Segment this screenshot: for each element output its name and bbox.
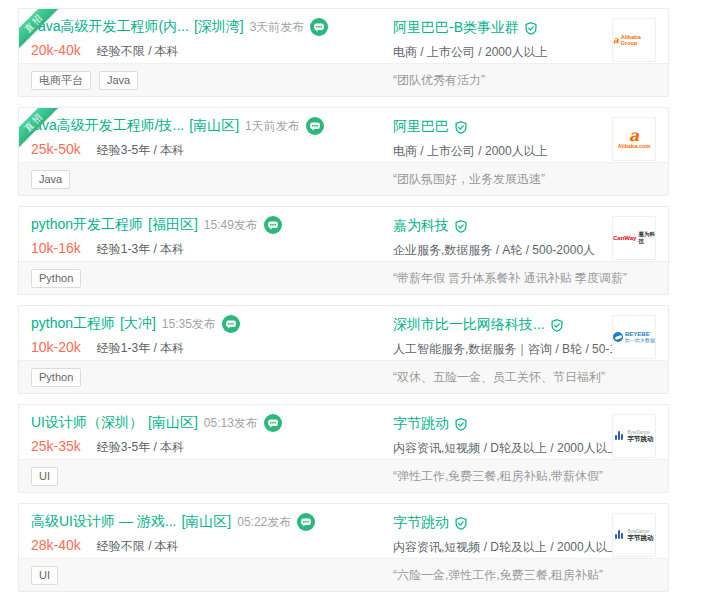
job-card[interactable]: 直招 Java高级开发工程师(内... [深圳湾] 3天前发布 20k-40k … (18, 8, 669, 97)
job-card-footer: Python “双休、五险一金、员工关怀、节日福利” (19, 360, 668, 393)
job-title-line: python开发工程师 [福田区] 15:49发布 (31, 216, 393, 234)
company-logo-text: Alibaba.com (618, 143, 651, 149)
job-salary-line: 25k-35k 经验3-5年 / 本科 (31, 438, 393, 456)
salary: 28k-40k (31, 537, 81, 553)
canway-logo[interactable]: CanWay 嘉为科技 (612, 216, 656, 260)
company-quote: “双休、五险一金、员工关怀、节日福利” (393, 369, 656, 386)
company-name-link[interactable]: 嘉为科技 (393, 217, 449, 235)
job-title-link[interactable]: Java高级开发工程师(内... (31, 18, 189, 36)
job-card[interactable]: python开发工程师 [福田区] 15:49发布 10k-16k 经验1-3年… (18, 206, 669, 295)
alibaba-smile-mark: a (629, 129, 639, 143)
company-name-link[interactable]: 深圳市比一比网络科技... (393, 316, 545, 334)
chat-bubble-icon[interactable] (264, 216, 282, 234)
job-requirements: 经验3-5年 / 本科 (97, 439, 184, 456)
company-logo-text: CanWay (613, 235, 636, 241)
job-tag[interactable]: Java (31, 170, 70, 189)
publish-time: 15:49发布 (204, 217, 258, 234)
company-column: 阿里巴巴 电商 / 上市公司 / 2000人以上 (393, 117, 612, 160)
job-card[interactable]: 高级UI设计师 — 游戏... [南山区] 05:22发布 28k-40k 经验… (18, 503, 669, 592)
company-info: 企业服务,数据服务 / A轮 / 500-2000人 (393, 242, 612, 259)
publish-time: 05:13发布 (204, 415, 258, 432)
job-location[interactable]: [福田区] (148, 216, 198, 234)
job-tag[interactable]: UI (31, 467, 58, 486)
chat-bubble-icon[interactable] (306, 117, 324, 135)
job-title-line: Java高级开发工程师(内... [深圳湾] 3天前发布 (31, 18, 393, 36)
job-card-footer: Python “带薪年假 晋升体系餐补 通讯补贴 季度调薪” (19, 261, 668, 294)
job-tags: Java (31, 170, 393, 189)
job-title-link[interactable]: 高级UI设计师 — 游戏... (31, 513, 176, 531)
company-info: 电商 / 上市公司 / 2000人以上 (393, 143, 612, 160)
job-title-link[interactable]: java高级开发工程师/技... (31, 117, 184, 135)
company-logo-text: Alibaba Group (621, 34, 655, 46)
company-line: 字节跳动 (393, 415, 612, 433)
job-main-column: 高级UI设计师 — 游戏... [南山区] 05:22发布 28k-40k 经验… (31, 513, 393, 555)
job-title-link[interactable]: python工程师 (31, 315, 115, 333)
company-name-link[interactable]: 阿里巴巴 (393, 118, 449, 136)
bytedance-logo[interactable]: ByteDance 字节跳动 (612, 513, 656, 557)
company-logo-text: 字节跳动 (628, 435, 654, 442)
company-logo-text: 字节跳动 (628, 534, 654, 541)
bytedance-bars-mark (615, 431, 623, 440)
alibaba-group-logo[interactable]: a Alibaba Group (612, 18, 656, 62)
job-main-column: java高级开发工程师/技... [南山区] 1天前发布 25k-50k 经验3… (31, 117, 393, 159)
job-requirements: 经验1-3年 / 本科 (97, 241, 184, 258)
company-name-link[interactable]: 阿里巴巴-B类事业群 (393, 19, 519, 37)
company-column: 字节跳动 内容资讯,短视频 / D轮及以上 / 2000人以上 (393, 513, 612, 556)
company-line: 阿里巴巴-B类事业群 (393, 19, 612, 37)
job-tags: UI (31, 467, 393, 486)
publish-time: 15:35发布 (162, 316, 216, 333)
job-card[interactable]: python工程师 [大冲] 15:35发布 10k-20k 经验1-3年 / … (18, 305, 669, 394)
verified-shield-icon (454, 417, 468, 432)
company-info: 电商 / 上市公司 / 2000人以上 (393, 44, 612, 61)
company-name-link[interactable]: 字节跳动 (393, 415, 449, 433)
company-line: 嘉为科技 (393, 217, 612, 235)
verified-shield-icon (550, 318, 564, 333)
job-main-column: python开发工程师 [福田区] 15:49发布 10k-16k 经验1-3年… (31, 216, 393, 258)
chat-bubble-icon[interactable] (264, 414, 282, 432)
chat-bubble-icon[interactable] (310, 18, 328, 36)
job-title-link[interactable]: python开发工程师 (31, 216, 143, 234)
job-card-header: Java高级开发工程师(内... [深圳湾] 3天前发布 20k-40k 经验不… (19, 9, 668, 63)
company-column: 嘉为科技 企业服务,数据服务 / A轮 / 500-2000人 (393, 216, 612, 259)
alibaba-com-logo[interactable]: a Alibaba.com (612, 117, 656, 161)
job-main-column: python工程师 [大冲] 15:35发布 10k-20k 经验1-3年 / … (31, 315, 393, 357)
company-line: 阿里巴巴 (393, 118, 612, 136)
job-tag[interactable]: Java (99, 71, 138, 90)
chat-bubble-icon[interactable] (222, 315, 240, 333)
company-column: 深圳市比一比网络科技... 人工智能服务,数据服务｜咨询 / B轮 / 50-1… (393, 315, 612, 358)
publish-time: 1天前发布 (245, 118, 300, 135)
beyebe-logo[interactable]: BEYEBE 比一比大数据 (612, 315, 656, 359)
job-location[interactable]: [南山区] (148, 414, 198, 432)
job-location[interactable]: [深圳湾] (194, 18, 244, 36)
company-info: 内容资讯,短视频 / D轮及以上 / 2000人以上 (393, 440, 612, 457)
beyebe-circle-mark (613, 332, 623, 342)
bytedance-logo[interactable]: ByteDance 字节跳动 (612, 414, 656, 458)
salary: 20k-40k (31, 42, 81, 58)
company-name-link[interactable]: 字节跳动 (393, 514, 449, 532)
job-tag[interactable]: Python (31, 269, 81, 288)
job-salary-line: 28k-40k 经验不限 / 本科 (31, 537, 393, 555)
company-logo-subtext: 嘉为科技 (638, 231, 655, 245)
salary: 10k-16k (31, 240, 81, 256)
job-requirements: 经验不限 / 本科 (97, 538, 179, 555)
company-info: 内容资讯,短视频 / D轮及以上 / 2000人以上 (393, 539, 612, 556)
company-quote: “团队氛围好，业务发展迅速” (393, 171, 656, 188)
company-line: 字节跳动 (393, 514, 612, 532)
chat-bubble-icon[interactable] (297, 513, 315, 531)
company-line: 深圳市比一比网络科技... (393, 316, 612, 334)
job-location[interactable]: [南山区] (189, 117, 239, 135)
job-location[interactable]: [大冲] (120, 315, 156, 333)
job-salary-line: 10k-16k 经验1-3年 / 本科 (31, 240, 393, 258)
company-quote: “弹性工作,免费三餐,租房补贴,带薪休假” (393, 468, 656, 485)
salary: 25k-50k (31, 141, 81, 157)
job-title-line: java高级开发工程师/技... [南山区] 1天前发布 (31, 117, 393, 135)
job-location[interactable]: [南山区] (181, 513, 231, 531)
job-tag[interactable]: Python (31, 368, 81, 387)
job-card-header: UI设计师（深圳） [南山区] 05:13发布 25k-35k 经验3-5年 /… (19, 405, 668, 459)
company-quote: “六险一金,弹性工作,免费三餐,租房补贴” (393, 567, 656, 584)
job-card[interactable]: 直招 java高级开发工程师/技... [南山区] 1天前发布 25k-50k … (18, 107, 669, 196)
job-tag[interactable]: 电商平台 (31, 71, 91, 90)
job-title-link[interactable]: UI设计师（深圳） (31, 414, 143, 432)
job-card[interactable]: UI设计师（深圳） [南山区] 05:13发布 25k-35k 经验3-5年 /… (18, 404, 669, 493)
job-tag[interactable]: UI (31, 566, 58, 585)
